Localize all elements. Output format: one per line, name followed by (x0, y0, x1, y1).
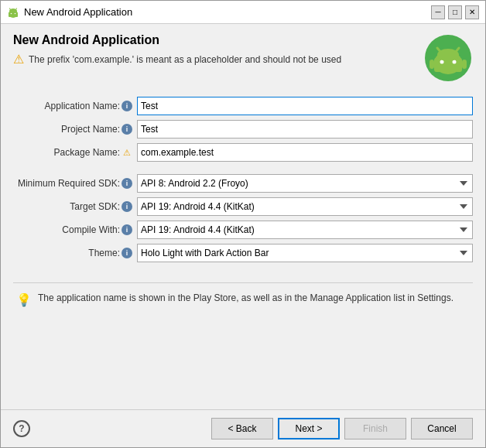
target-sdk-select[interactable]: API 19: Android 4.4 (KitKat) (137, 197, 473, 216)
help-button[interactable]: ? (13, 420, 30, 437)
dialog-content: New Android Application ⚠ The prefix 'co… (1, 24, 485, 409)
warning-text: The prefix 'com.example.' is meant as a … (29, 54, 341, 65)
min-sdk-select[interactable]: API 8: Android 2.2 (Froyo) (137, 174, 473, 193)
minimize-button[interactable]: ─ (431, 5, 445, 19)
package-name-warn-icon[interactable]: ⚠ (122, 147, 132, 158)
footer-left: ? (13, 420, 30, 437)
android-title-icon (7, 6, 19, 19)
min-sdk-row: Minimum Required SDK: i API 8: Android 2… (13, 174, 473, 193)
warning-icon: ⚠ (13, 52, 24, 67)
title-bar-controls: ─ □ ✕ (431, 5, 479, 19)
theme-select[interactable]: Holo Light with Dark Action Bar (137, 244, 473, 262)
svg-rect-16 (462, 60, 467, 69)
android-logo (423, 33, 473, 83)
package-name-input[interactable] (137, 143, 473, 162)
application-name-info-icon[interactable]: i (122, 101, 132, 111)
svg-point-10 (440, 60, 444, 64)
title-bar: New Android Application ─ □ ✕ (1, 1, 485, 24)
compile-with-label: Compile With: i (13, 224, 137, 235)
compile-with-info-icon[interactable]: i (122, 224, 132, 235)
target-sdk-row: Target SDK: i API 19: Android 4.4 (KitKa… (13, 197, 473, 216)
min-sdk-label: Minimum Required SDK: i (13, 178, 137, 189)
svg-point-6 (9, 9, 17, 13)
application-name-input[interactable] (137, 97, 473, 115)
package-name-row: Package Name: ⚠ (13, 143, 473, 162)
svg-point-3 (15, 12, 16, 14)
warning-row: ⚠ The prefix 'com.example.' is meant as … (13, 52, 414, 67)
svg-point-2 (11, 12, 12, 14)
page-title: New Android Application (13, 33, 414, 47)
project-name-row: Project Name: i (13, 120, 473, 139)
compile-with-row: Compile With: i API 19: Android 4.4 (Kit… (13, 221, 473, 239)
application-name-row: Application Name: i (13, 97, 473, 115)
project-name-label: Project Name: i (13, 124, 137, 135)
project-name-info-icon[interactable]: i (122, 124, 132, 135)
target-sdk-label: Target SDK: i (13, 201, 137, 212)
main-window: New Android Application ─ □ ✕ New Androi… (0, 0, 486, 448)
cancel-button[interactable]: Cancel (411, 418, 473, 439)
info-section: 💡 The application name is shown in the P… (13, 291, 473, 307)
info-bulb-icon: 💡 (16, 292, 32, 307)
finish-button[interactable]: Finish (344, 418, 406, 439)
close-button[interactable]: ✕ (465, 5, 479, 19)
dialog-footer: ? < Back Next > Finish Cancel (1, 409, 485, 447)
form-divider (13, 282, 473, 283)
title-bar-left: New Android Application (7, 6, 132, 19)
back-button[interactable]: < Back (211, 418, 273, 439)
page-header: New Android Application ⚠ The prefix 'co… (13, 33, 473, 83)
min-sdk-info-icon[interactable]: i (122, 178, 132, 189)
svg-point-14 (437, 49, 459, 61)
form-area: Application Name: i Project Name: i Pack… (13, 97, 473, 267)
svg-point-11 (453, 60, 457, 64)
theme-label: Theme: i (13, 248, 137, 258)
application-name-label: Application Name: i (13, 101, 137, 111)
package-name-label: Package Name: ⚠ (13, 147, 137, 158)
window-title: New Android Application (24, 6, 132, 18)
maximize-button[interactable]: □ (448, 5, 462, 19)
theme-row: Theme: i Holo Light with Dark Action Bar (13, 244, 473, 262)
project-name-input[interactable] (137, 120, 473, 139)
svg-rect-15 (430, 60, 434, 69)
compile-with-select[interactable]: API 19: Android 4.4 (KitKat) (137, 221, 473, 239)
target-sdk-info-icon[interactable]: i (122, 201, 132, 212)
page-header-left: New Android Application ⚠ The prefix 'co… (13, 33, 414, 67)
next-button[interactable]: Next > (278, 418, 340, 439)
theme-info-icon[interactable]: i (122, 248, 132, 258)
info-text: The application name is shown in the Pla… (38, 291, 453, 305)
footer-right: < Back Next > Finish Cancel (211, 418, 473, 439)
